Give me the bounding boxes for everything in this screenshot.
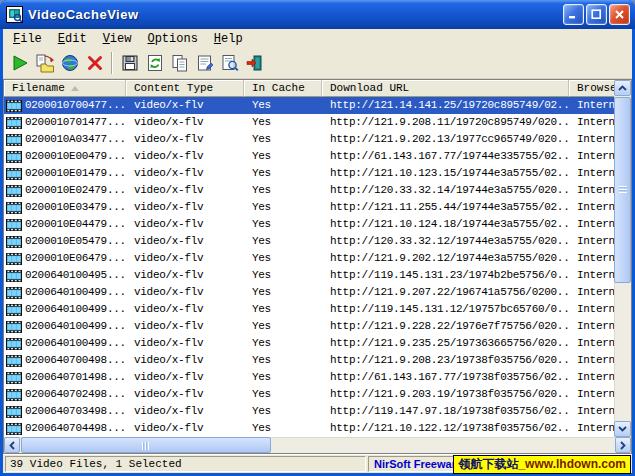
table-row[interactable]: 0200640700498... video/x-flv Yes http://… [4,352,614,369]
properties-button[interactable] [192,51,217,75]
table-row[interactable]: 0200640702498... video/x-flv Yes http://… [4,386,614,403]
scroll-up-button[interactable] [614,80,631,96]
table-row[interactable]: 0200010A03477... video/x-flv Yes http://… [4,131,614,148]
copy-files-button[interactable] [32,51,57,75]
download-url-cell: http://121.11.255.44/19744e3a5755/02... [322,199,569,216]
content-type-cell: video/x-flv [126,318,244,335]
horizontal-scrollbar[interactable] [4,437,631,453]
exit-icon [245,53,265,73]
minimize-button[interactable] [563,4,584,25]
table-row[interactable]: 0200640100499... video/x-flv Yes http://… [4,318,614,335]
in-cache-cell: Yes [244,97,322,114]
download-url-cell: http://121.10.123.15/19744e3a5755/02... [322,165,569,182]
table-row[interactable]: 0200640703498... video/x-flv Yes http://… [4,403,614,420]
table-row[interactable]: 0200640701498... video/x-flv Yes http://… [4,369,614,386]
maximize-icon [591,9,602,20]
in-cache-cell: Yes [244,420,322,437]
table-row[interactable]: 0200640704498... video/x-flv Yes http://… [4,420,614,437]
horizontal-scroll-thumb[interactable] [21,437,271,453]
table-row[interactable]: 0200010E01479... video/x-flv Yes http://… [4,165,614,182]
video-file-icon [6,355,22,367]
menu-bar: File Edit View Options Help [3,29,632,48]
browser-cell: Intern [569,165,614,182]
delete-button[interactable] [82,51,107,75]
refresh-icon [145,53,165,73]
open-in-browser-button[interactable] [57,51,82,75]
play-video-button[interactable] [7,51,32,75]
table-row[interactable]: 0200010E04479... video/x-flv Yes http://… [4,216,614,233]
window-title: VideoCacheView [28,7,563,22]
close-button[interactable] [609,4,630,25]
menu-help[interactable]: Help [206,31,251,47]
chevron-up-icon [618,85,627,91]
table-row[interactable]: 0200010E02479... video/x-flv Yes http://… [4,182,614,199]
filename-cell: 0200010A03477... [25,131,126,148]
download-url-cell: http://61.143.167.77/19744e335755/02... [322,148,569,165]
table-row[interactable]: 0200010E00479... video/x-flv Yes http://… [4,148,614,165]
table-row[interactable]: 0200010E05479... video/x-flv Yes http://… [4,233,614,250]
close-icon [614,9,625,20]
menu-options[interactable]: Options [139,31,205,47]
exit-button[interactable] [242,51,267,75]
column-header-filename[interactable]: Filename [4,80,126,97]
table-row[interactable]: 0200010700477... video/x-flv Yes http://… [4,97,614,114]
copy-button[interactable] [167,51,192,75]
video-file-icon [6,389,22,401]
video-file-icon [6,406,22,418]
maximize-button[interactable] [586,4,607,25]
column-header-browser[interactable]: Browse [569,80,614,97]
save-button[interactable] [117,51,142,75]
save-icon [120,53,140,73]
vertical-scroll-thumb[interactable] [614,97,631,283]
vertical-scrollbar[interactable] [614,80,631,437]
column-header-download-url[interactable]: Download URL [322,80,569,97]
copy-files-icon [35,53,55,73]
download-url-cell: http://121.9.208.23/19738f035756/020... [322,352,569,369]
browser-cell: Intern [569,335,614,352]
menu-view[interactable]: View [95,31,140,47]
content-type-cell: video/x-flv [126,403,244,420]
scroll-left-button[interactable] [4,437,20,453]
status-selection-text: 39 Video Files, 1 Selected [5,456,366,472]
content-type-cell: video/x-flv [126,386,244,403]
download-url-cell: http://121.14.141.25/19720c895749/02... [322,97,569,114]
menu-edit[interactable]: Edit [50,31,95,47]
table-row[interactable]: 0200010E03479... video/x-flv Yes http://… [4,199,614,216]
chevron-left-icon [9,441,15,450]
table-row[interactable]: 0200640100499... video/x-flv Yes http://… [4,301,614,318]
download-url-cell: http://121.10.124.18/19744e3a5755/02... [322,216,569,233]
download-url-cell: http://119.147.97.18/19738f035756/02... [322,403,569,420]
table-row[interactable]: 0200640100499... video/x-flv Yes http://… [4,284,614,301]
video-file-icon [6,185,22,197]
app-icon [6,6,23,23]
sort-ascending-icon [71,86,79,91]
scroll-right-button[interactable] [615,437,631,453]
video-file-icon [6,219,22,231]
content-type-cell: video/x-flv [126,301,244,318]
in-cache-cell: Yes [244,199,322,216]
download-url-cell: http://120.33.32.12/19744e3a5755/020... [322,233,569,250]
in-cache-cell: Yes [244,165,322,182]
table-row[interactable]: 0200010E06479... video/x-flv Yes http://… [4,250,614,267]
download-url-cell: http://120.33.32.14/19744e3a5755/020... [322,182,569,199]
column-header-in-cache[interactable]: In Cache [244,80,322,97]
table-row[interactable]: 0200640100495... video/x-flv Yes http://… [4,267,614,284]
video-file-icon [6,338,22,350]
column-header-content-type[interactable]: Content Type [126,80,244,97]
title-bar[interactable]: VideoCacheView [0,0,635,29]
filename-cell: 0200640701498... [25,369,126,386]
refresh-button[interactable] [142,51,167,75]
video-list: Filename Content Type In Cache Download … [3,79,632,454]
menu-file[interactable]: File [5,31,50,47]
watermark-badge[interactable]: 领航下载站_www.lhdown.com [453,455,631,474]
globe-icon [60,53,80,73]
copy-icon [170,53,190,73]
filename-cell: 0200010E03479... [25,199,126,216]
table-row[interactable]: 0200640100499... video/x-flv Yes http://… [4,335,614,352]
scroll-down-button[interactable] [614,421,631,437]
in-cache-cell: Yes [244,267,322,284]
find-button[interactable] [217,51,242,75]
in-cache-cell: Yes [244,148,322,165]
table-row[interactable]: 0200010701477... video/x-flv Yes http://… [4,114,614,131]
browser-cell: Intern [569,148,614,165]
